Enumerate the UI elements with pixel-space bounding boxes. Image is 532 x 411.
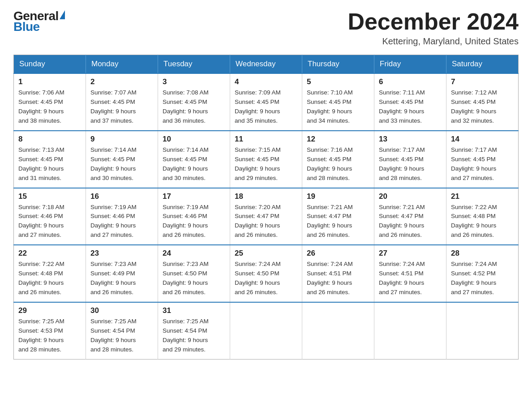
calendar-cell: 18Sunrise: 7:20 AMSunset: 4:47 PMDayligh…: [230, 188, 302, 245]
day-number: 28: [451, 249, 514, 258]
day-number: 25: [235, 249, 297, 258]
day-info: Sunrise: 7:25 AMSunset: 4:53 PMDaylight:…: [18, 317, 81, 355]
day-number: 5: [307, 77, 369, 86]
calendar-cell: 3Sunrise: 7:08 AMSunset: 4:45 PMDaylight…: [158, 73, 230, 131]
day-info: Sunrise: 7:25 AMSunset: 4:54 PMDaylight:…: [90, 317, 153, 355]
calendar-cell: 23Sunrise: 7:23 AMSunset: 4:49 PMDayligh…: [86, 245, 158, 302]
day-info: Sunrise: 7:06 AMSunset: 4:45 PMDaylight:…: [18, 88, 81, 126]
calendar-cell: 7Sunrise: 7:12 AMSunset: 4:45 PMDaylight…: [446, 73, 519, 131]
header-wednesday: Wednesday: [230, 55, 302, 74]
week-row-5: 29Sunrise: 7:25 AMSunset: 4:53 PMDayligh…: [14, 302, 519, 359]
page-header: General Blue December 2024 Kettering, Ma…: [13, 9, 519, 47]
header-monday: Monday: [86, 55, 158, 74]
calendar-cell: [446, 302, 519, 359]
day-number: 21: [451, 192, 514, 201]
calendar-cell: 30Sunrise: 7:25 AMSunset: 4:54 PMDayligh…: [86, 302, 158, 359]
day-number: 2: [90, 77, 153, 86]
day-info: Sunrise: 7:12 AMSunset: 4:45 PMDaylight:…: [451, 88, 514, 126]
logo: General Blue: [13, 9, 65, 34]
logo-triangle-icon: [60, 10, 65, 19]
day-info: Sunrise: 7:17 AMSunset: 4:45 PMDaylight:…: [379, 146, 442, 183]
calendar-cell: 25Sunrise: 7:24 AMSunset: 4:50 PMDayligh…: [230, 245, 302, 302]
day-info: Sunrise: 7:15 AMSunset: 4:45 PMDaylight:…: [235, 146, 297, 183]
calendar-cell: 17Sunrise: 7:19 AMSunset: 4:46 PMDayligh…: [158, 188, 230, 245]
day-info: Sunrise: 7:14 AMSunset: 4:45 PMDaylight:…: [90, 146, 153, 183]
week-row-2: 8Sunrise: 7:13 AMSunset: 4:45 PMDaylight…: [14, 131, 519, 188]
day-info: Sunrise: 7:19 AMSunset: 4:46 PMDaylight:…: [90, 203, 153, 240]
day-info: Sunrise: 7:21 AMSunset: 4:47 PMDaylight:…: [379, 203, 442, 240]
day-number: 30: [90, 306, 153, 315]
day-info: Sunrise: 7:24 AMSunset: 4:50 PMDaylight:…: [235, 260, 297, 297]
day-number: 22: [18, 249, 81, 258]
calendar-cell: 29Sunrise: 7:25 AMSunset: 4:53 PMDayligh…: [14, 302, 86, 359]
day-number: 10: [163, 135, 225, 144]
day-number: 23: [90, 249, 153, 258]
day-number: 15: [18, 192, 81, 201]
calendar-cell: 21Sunrise: 7:22 AMSunset: 4:48 PMDayligh…: [446, 188, 519, 245]
day-info: Sunrise: 7:16 AMSunset: 4:45 PMDaylight:…: [307, 146, 369, 183]
day-number: 16: [90, 192, 153, 201]
day-number: 1: [18, 77, 81, 86]
day-info: Sunrise: 7:21 AMSunset: 4:47 PMDaylight:…: [307, 203, 369, 240]
calendar-cell: 6Sunrise: 7:11 AMSunset: 4:45 PMDaylight…: [374, 73, 446, 131]
calendar-header-row: SundayMondayTuesdayWednesdayThursdayFrid…: [14, 55, 519, 74]
calendar-cell: [230, 302, 302, 359]
month-title: December 2024: [348, 9, 519, 34]
calendar-cell: 11Sunrise: 7:15 AMSunset: 4:45 PMDayligh…: [230, 131, 302, 188]
day-info: Sunrise: 7:24 AMSunset: 4:51 PMDaylight:…: [307, 260, 369, 297]
calendar-cell: 26Sunrise: 7:24 AMSunset: 4:51 PMDayligh…: [302, 245, 374, 302]
day-number: 7: [451, 77, 514, 86]
location-text: Kettering, Maryland, United States: [348, 36, 519, 47]
week-row-4: 22Sunrise: 7:22 AMSunset: 4:48 PMDayligh…: [14, 245, 519, 302]
day-info: Sunrise: 7:18 AMSunset: 4:46 PMDaylight:…: [18, 203, 81, 240]
header-tuesday: Tuesday: [158, 55, 230, 74]
day-number: 18: [235, 192, 297, 201]
day-number: 11: [235, 135, 297, 144]
calendar-cell: 10Sunrise: 7:14 AMSunset: 4:45 PMDayligh…: [158, 131, 230, 188]
calendar-cell: 4Sunrise: 7:09 AMSunset: 4:45 PMDaylight…: [230, 73, 302, 131]
day-number: 17: [163, 192, 225, 201]
calendar-cell: 5Sunrise: 7:10 AMSunset: 4:45 PMDaylight…: [302, 73, 374, 131]
calendar-cell: 12Sunrise: 7:16 AMSunset: 4:45 PMDayligh…: [302, 131, 374, 188]
calendar-cell: 24Sunrise: 7:23 AMSunset: 4:50 PMDayligh…: [158, 245, 230, 302]
header-thursday: Thursday: [302, 55, 374, 74]
calendar-cell: [302, 302, 374, 359]
day-info: Sunrise: 7:09 AMSunset: 4:45 PMDaylight:…: [235, 88, 297, 126]
day-info: Sunrise: 7:19 AMSunset: 4:46 PMDaylight:…: [163, 203, 225, 240]
day-number: 9: [90, 135, 153, 144]
calendar-cell: 2Sunrise: 7:07 AMSunset: 4:45 PMDaylight…: [86, 73, 158, 131]
day-number: 12: [307, 135, 369, 144]
day-info: Sunrise: 7:08 AMSunset: 4:45 PMDaylight:…: [163, 88, 225, 126]
day-number: 8: [18, 135, 81, 144]
day-info: Sunrise: 7:24 AMSunset: 4:51 PMDaylight:…: [379, 260, 442, 297]
title-area: December 2024 Kettering, Maryland, Unite…: [348, 9, 519, 47]
calendar-cell: 27Sunrise: 7:24 AMSunset: 4:51 PMDayligh…: [374, 245, 446, 302]
day-info: Sunrise: 7:24 AMSunset: 4:52 PMDaylight:…: [451, 260, 514, 297]
calendar-cell: 14Sunrise: 7:17 AMSunset: 4:45 PMDayligh…: [446, 131, 519, 188]
calendar-cell: 20Sunrise: 7:21 AMSunset: 4:47 PMDayligh…: [374, 188, 446, 245]
header-saturday: Saturday: [446, 55, 519, 74]
calendar-cell: 19Sunrise: 7:21 AMSunset: 4:47 PMDayligh…: [302, 188, 374, 245]
calendar-table: SundayMondayTuesdayWednesdayThursdayFrid…: [13, 55, 519, 359]
day-number: 14: [451, 135, 514, 144]
day-info: Sunrise: 7:13 AMSunset: 4:45 PMDaylight:…: [18, 146, 81, 183]
week-row-3: 15Sunrise: 7:18 AMSunset: 4:46 PMDayligh…: [14, 188, 519, 245]
day-info: Sunrise: 7:22 AMSunset: 4:48 PMDaylight:…: [451, 203, 514, 240]
day-number: 29: [18, 306, 81, 315]
day-info: Sunrise: 7:07 AMSunset: 4:45 PMDaylight:…: [90, 88, 153, 126]
calendar-cell: 13Sunrise: 7:17 AMSunset: 4:45 PMDayligh…: [374, 131, 446, 188]
day-number: 3: [163, 77, 225, 86]
day-number: 20: [379, 192, 442, 201]
day-number: 4: [235, 77, 297, 86]
day-info: Sunrise: 7:23 AMSunset: 4:49 PMDaylight:…: [90, 260, 153, 297]
calendar-cell: 9Sunrise: 7:14 AMSunset: 4:45 PMDaylight…: [86, 131, 158, 188]
header-friday: Friday: [374, 55, 446, 74]
calendar-cell: 31Sunrise: 7:25 AMSunset: 4:54 PMDayligh…: [158, 302, 230, 359]
day-info: Sunrise: 7:23 AMSunset: 4:50 PMDaylight:…: [163, 260, 225, 297]
day-info: Sunrise: 7:22 AMSunset: 4:48 PMDaylight:…: [18, 260, 81, 297]
day-number: 19: [307, 192, 369, 201]
calendar-cell: 16Sunrise: 7:19 AMSunset: 4:46 PMDayligh…: [86, 188, 158, 245]
calendar-cell: 15Sunrise: 7:18 AMSunset: 4:46 PMDayligh…: [14, 188, 86, 245]
calendar-cell: 8Sunrise: 7:13 AMSunset: 4:45 PMDaylight…: [14, 131, 86, 188]
calendar-cell: [374, 302, 446, 359]
